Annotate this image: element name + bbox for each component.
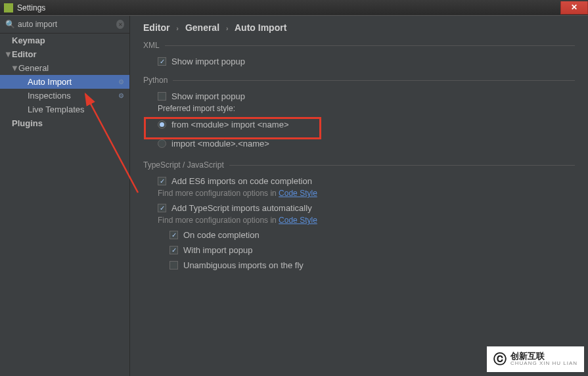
sidebar-item-label: Keymap bbox=[12, 35, 45, 45]
checkbox-icon: ✓ bbox=[170, 246, 178, 254]
section-title: TypeScript / JavaScript bbox=[143, 160, 224, 170]
checkbox-icon: ✓ bbox=[158, 57, 166, 66]
window-title: Settings bbox=[17, 3, 45, 12]
section-title: Python bbox=[143, 76, 168, 85]
breadcrumb-part: General bbox=[185, 22, 219, 33]
checkbox-icon: ✓ bbox=[158, 177, 166, 185]
checkbox-icon: ✓ bbox=[158, 204, 166, 212]
option-label: Add TypeScript imports automatically bbox=[171, 203, 312, 213]
chevron-down-icon: ▼ bbox=[11, 63, 17, 73]
sidebar-item-live-templates[interactable]: Live Templates bbox=[0, 103, 129, 116]
section-xml: XML bbox=[143, 41, 575, 50]
section-tsjs: TypeScript / JavaScript bbox=[143, 160, 575, 170]
watermark-sub: CHUANG XIN HU LIAN bbox=[510, 361, 577, 367]
option-python-import-module[interactable]: import <module>.<name> bbox=[143, 136, 575, 151]
close-button[interactable]: ✕ bbox=[560, 1, 588, 14]
search-icon: 🔍 bbox=[5, 20, 15, 29]
sidebar-item-label: Live Templates bbox=[28, 105, 84, 114]
hint-code-style-2: Find more configuration options in Code … bbox=[143, 216, 575, 225]
hint-code-style-1: Find more configuration options in Code … bbox=[143, 189, 575, 198]
breadcrumb-sep: › bbox=[226, 24, 229, 32]
option-label: With import popup bbox=[183, 245, 253, 255]
checkbox-icon: ✓ bbox=[170, 231, 178, 239]
option-label: Add ES6 imports on code completion bbox=[171, 176, 312, 186]
search-row: 🔍 ✕ bbox=[0, 16, 129, 34]
watermark: ⓒ 创新互联 CHUANG XIN HU LIAN bbox=[487, 346, 584, 372]
option-python-from-import[interactable]: from <module> import <name> bbox=[143, 117, 575, 132]
sidebar-item-keymap[interactable]: Keymap bbox=[0, 34, 129, 47]
sidebar-item-label: Editor bbox=[12, 49, 37, 59]
checkbox-icon bbox=[170, 261, 178, 270]
breadcrumb: Editor › General › Auto Import bbox=[143, 22, 575, 33]
sidebar-item-label: General bbox=[18, 63, 49, 73]
option-xml-show-popup[interactable]: ✓ Show import popup bbox=[143, 54, 575, 69]
radio-icon bbox=[158, 139, 166, 148]
option-label: Show import popup bbox=[171, 91, 245, 101]
sidebar-item-inspections[interactable]: Inspections ⚙ bbox=[0, 89, 129, 103]
code-style-link[interactable]: Code Style bbox=[279, 189, 317, 198]
sidebar-item-label: Auto Import bbox=[28, 77, 72, 87]
breadcrumb-part: Auto Import bbox=[235, 22, 286, 33]
option-es6-imports[interactable]: ✓ Add ES6 imports on code completion bbox=[143, 174, 575, 189]
sidebar-item-general[interactable]: ▼ General bbox=[0, 61, 129, 75]
option-ts-auto[interactable]: ✓ Add TypeScript imports automatically bbox=[143, 200, 575, 216]
option-label: from <module> import <name> bbox=[171, 120, 288, 129]
sidebar-item-label: Inspections bbox=[28, 91, 71, 101]
option-label: On code completion bbox=[183, 230, 260, 240]
search-input[interactable] bbox=[18, 20, 116, 29]
clear-icon[interactable]: ✕ bbox=[116, 20, 124, 29]
sidebar-item-editor[interactable]: ▼ Editor bbox=[0, 47, 129, 61]
breadcrumb-sep: › bbox=[176, 24, 179, 32]
app-icon bbox=[4, 3, 13, 12]
preferred-style-label: Preferred import style: bbox=[143, 104, 575, 113]
checkbox-icon bbox=[158, 92, 166, 101]
watermark-cn: 创新互联 bbox=[510, 352, 577, 361]
option-on-code-completion[interactable]: ✓ On code completion bbox=[143, 227, 575, 243]
main-container: 🔍 ✕ Keymap ▼ Editor ▼ General Auto Impor… bbox=[0, 16, 588, 376]
window-titlebar: Settings ✕ bbox=[0, 0, 588, 15]
option-unambiguous[interactable]: Unambiguous imports on the fly bbox=[143, 258, 575, 273]
watermark-logo: ⓒ bbox=[493, 350, 507, 368]
content-panel: Editor › General › Auto Import XML ✓ Sho… bbox=[130, 16, 588, 376]
option-with-import-popup[interactable]: ✓ With import popup bbox=[143, 243, 575, 258]
option-label: import <module>.<name> bbox=[171, 139, 269, 149]
breadcrumb-part: Editor bbox=[143, 22, 170, 33]
gear-icon: ⚙ bbox=[118, 78, 124, 85]
chevron-down-icon: ▼ bbox=[4, 49, 11, 59]
gear-icon: ⚙ bbox=[118, 92, 124, 99]
radio-icon bbox=[158, 120, 166, 129]
option-label: Unambiguous imports on the fly bbox=[183, 260, 304, 270]
section-title: XML bbox=[143, 41, 160, 50]
option-label: Show import popup bbox=[171, 57, 245, 66]
sidebar-item-label: Plugins bbox=[12, 118, 43, 128]
code-style-link[interactable]: Code Style bbox=[279, 216, 317, 225]
sidebar-item-plugins[interactable]: Plugins bbox=[0, 116, 129, 130]
option-python-show-popup[interactable]: Show import popup bbox=[143, 89, 575, 104]
sidebar-item-auto-import[interactable]: Auto Import ⚙ bbox=[0, 75, 129, 89]
section-python: Python bbox=[143, 76, 575, 85]
sidebar: 🔍 ✕ Keymap ▼ Editor ▼ General Auto Impor… bbox=[0, 16, 130, 376]
